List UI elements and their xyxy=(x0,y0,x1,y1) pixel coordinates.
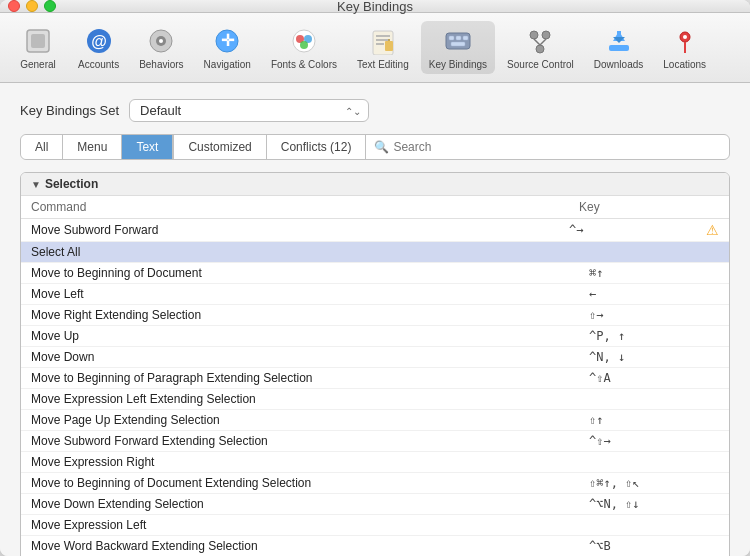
traffic-lights xyxy=(8,0,56,12)
row-key: ^⌥N, ⇧↓ xyxy=(589,497,719,511)
text-editing-icon xyxy=(367,25,399,57)
toolbar-item-general[interactable]: General xyxy=(10,21,66,74)
toolbar-item-text-editing[interactable]: Text Editing xyxy=(349,21,417,74)
table-row[interactable]: Move Expression Right xyxy=(21,452,729,473)
row-command: Move Left xyxy=(31,287,589,301)
row-key: ^⇧→ xyxy=(589,434,719,448)
column-headers: Command Key xyxy=(21,196,729,219)
svg-line-27 xyxy=(534,39,540,45)
toolbar-item-downloads[interactable]: Downloads xyxy=(586,21,651,74)
downloads-label: Downloads xyxy=(594,59,643,70)
row-key: ⇧⌘↑, ⇧↖ xyxy=(589,476,719,490)
row-command: Move to Beginning of Paragraph Extending… xyxy=(31,371,589,385)
row-command: Move Down Extending Selection xyxy=(31,497,589,511)
tab-all[interactable]: All xyxy=(21,135,63,159)
row-key: ⇧↑ xyxy=(589,413,719,427)
locations-label: Locations xyxy=(663,59,706,70)
key-bindings-icon xyxy=(442,25,474,57)
key-bindings-label: Key Bindings xyxy=(429,59,487,70)
row-key: ^⇧A xyxy=(589,371,719,385)
row-command: Move Right Extending Selection xyxy=(31,308,589,322)
table-row[interactable]: Move Right Extending Selection ⇧→ xyxy=(21,305,729,326)
table-row[interactable]: Move Expression Left xyxy=(21,515,729,536)
toolbar-item-source-control[interactable]: Source Control xyxy=(499,21,582,74)
toolbar-item-locations[interactable]: Locations xyxy=(655,21,714,74)
accounts-icon: @ xyxy=(83,25,115,57)
table-row[interactable]: Select All xyxy=(21,242,729,263)
svg-point-6 xyxy=(159,39,163,43)
table-row[interactable]: Move Left ← xyxy=(21,284,729,305)
maximize-button[interactable] xyxy=(44,0,56,12)
tab-customized[interactable]: Customized xyxy=(174,135,266,159)
content-area: Key Bindings Set Default Custom ⌃⌄ All M… xyxy=(0,83,750,556)
toolbar-item-accounts[interactable]: @ Accounts xyxy=(70,21,127,74)
table-row[interactable]: Move Expression Left Extending Selection xyxy=(21,389,729,410)
tab-menu[interactable]: Menu xyxy=(63,135,122,159)
table-row[interactable]: Move Down Extending Selection ^⌥N, ⇧↓ xyxy=(21,494,729,515)
search-box[interactable]: 🔍 xyxy=(366,136,729,158)
table-row[interactable]: Move Up ^P, ↑ xyxy=(21,326,729,347)
svg-point-34 xyxy=(683,35,687,39)
window-title: Key Bindings xyxy=(337,0,413,14)
minimize-button[interactable] xyxy=(26,0,38,12)
table-row[interactable]: Move to Beginning of Document ⌘↑ xyxy=(21,263,729,284)
row-command: Move Down xyxy=(31,350,589,364)
general-label: General xyxy=(20,59,56,70)
tab-text[interactable]: Text xyxy=(122,135,173,159)
section-title: Selection xyxy=(45,177,98,191)
general-icon xyxy=(22,25,54,57)
svg-text:@: @ xyxy=(91,33,107,50)
row-command: Move to Beginning of Document Extending … xyxy=(31,476,589,490)
toolbar-item-navigation[interactable]: ✛ Navigation xyxy=(196,21,259,74)
key-bindings-set-wrapper[interactable]: Default Custom ⌃⌄ xyxy=(129,99,369,122)
tab-conflicts[interactable]: Conflicts (12) xyxy=(267,135,367,159)
svg-point-25 xyxy=(542,31,550,39)
source-control-label: Source Control xyxy=(507,59,574,70)
row-command: Move Subword Forward xyxy=(31,223,569,237)
table-row[interactable]: Move Subword Forward ^→ ⚠ xyxy=(21,219,729,242)
navigation-label: Navigation xyxy=(204,59,251,70)
toolbar-item-key-bindings[interactable]: Key Bindings xyxy=(421,21,495,74)
svg-rect-17 xyxy=(385,41,393,51)
key-bindings-set-select[interactable]: Default Custom xyxy=(129,99,369,122)
svg-rect-23 xyxy=(451,42,465,46)
svg-point-24 xyxy=(530,31,538,39)
col-header-key: Key xyxy=(579,200,719,214)
warning-icon: ⚠ xyxy=(699,222,719,238)
table-row[interactable]: Move to Beginning of Document Extending … xyxy=(21,473,729,494)
svg-rect-20 xyxy=(449,36,454,40)
row-key: ^N, ↓ xyxy=(589,350,719,364)
fonts-colors-icon xyxy=(288,25,320,57)
row-command: Move to Beginning of Document xyxy=(31,266,589,280)
row-command: Move Expression Right xyxy=(31,455,589,469)
table-row[interactable]: Move Down ^N, ↓ xyxy=(21,347,729,368)
row-command: Move Expression Left xyxy=(31,518,589,532)
table-row[interactable]: Move Page Up Extending Selection ⇧↑ xyxy=(21,410,729,431)
table-row[interactable]: Move to Beginning of Paragraph Extending… xyxy=(21,368,729,389)
key-bindings-set-row: Key Bindings Set Default Custom ⌃⌄ xyxy=(20,99,730,122)
svg-rect-19 xyxy=(446,33,470,49)
search-input[interactable] xyxy=(393,140,721,154)
row-command: Move Word Backward Extending Selection xyxy=(31,539,589,553)
text-editing-label: Text Editing xyxy=(357,59,409,70)
behaviors-label: Behaviors xyxy=(139,59,183,70)
svg-rect-1 xyxy=(31,34,45,48)
key-bindings-set-label: Key Bindings Set xyxy=(20,103,119,118)
table-row[interactable]: Move Word Backward Extending Selection ^… xyxy=(21,536,729,556)
col-header-command: Command xyxy=(31,200,579,214)
behaviors-icon xyxy=(145,25,177,57)
row-key: ^⌥B xyxy=(589,539,719,553)
toolbar-item-behaviors[interactable]: Behaviors xyxy=(131,21,191,74)
svg-text:✛: ✛ xyxy=(221,32,235,49)
toolbar-item-fonts-colors[interactable]: Fonts & Colors xyxy=(263,21,345,74)
close-button[interactable] xyxy=(8,0,20,12)
table-scroll[interactable]: ▼ Selection Command Key Move Subword For… xyxy=(21,173,729,556)
row-key: ⇧→ xyxy=(589,308,719,322)
section-toggle-icon[interactable]: ▼ xyxy=(31,179,41,190)
main-window: Key Bindings General @ Accounts Behavior… xyxy=(0,0,750,556)
toolbar: General @ Accounts Behaviors ✛ Navigatio… xyxy=(0,13,750,83)
table-row[interactable]: Move Subword Forward Extending Selection… xyxy=(21,431,729,452)
locations-icon xyxy=(669,25,701,57)
row-command: Select All xyxy=(31,245,569,259)
row-key: ^P, ↑ xyxy=(589,329,719,343)
